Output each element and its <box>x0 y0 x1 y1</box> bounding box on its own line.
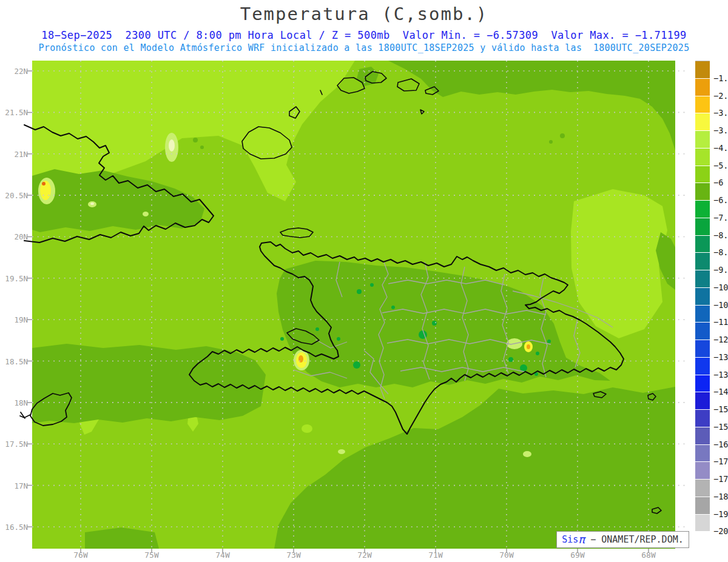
y-axis-label: 19N <box>14 315 28 324</box>
colorbar-label: −11.6 <box>713 317 728 327</box>
colorbar-block <box>695 305 710 323</box>
colorbar-block <box>695 252 710 270</box>
colorbar-label: −15.1 <box>713 404 728 414</box>
colorbar-block <box>695 148 710 166</box>
y-axis-label: 18N <box>14 398 28 407</box>
y-axis-label: 18.5N <box>5 356 28 366</box>
colorbar-block <box>695 270 710 287</box>
colorbar-label: −15.8 <box>713 421 728 431</box>
colorbar-label: −7.4 <box>713 212 728 222</box>
colorbar-block <box>695 427 710 444</box>
colorbar-label: −4.6 <box>713 142 728 152</box>
colorbar-block <box>695 113 710 130</box>
y-axis-label: 21.5N <box>5 108 28 117</box>
colorbar-block <box>695 182 710 200</box>
colorbar-block <box>695 479 710 497</box>
colorbar-block <box>695 218 710 235</box>
colorbar-label: −8.8 <box>713 247 728 257</box>
colorbar-block <box>695 200 710 218</box>
colorbar-block <box>695 514 710 532</box>
y-axis-label: 17N <box>14 481 28 490</box>
colorbar-block <box>695 357 710 375</box>
colorbar-label: −19.3 <box>713 509 728 518</box>
colorbar-label: −12.3 <box>713 335 728 344</box>
colorbar-block <box>695 531 710 549</box>
x-axis-label: 70W <box>499 550 513 560</box>
y-axis-label: 17.5N <box>5 440 28 449</box>
colorbar-label: −1.8 <box>713 73 728 82</box>
sispi-suffix: − ONAMET/REP.DOM. <box>585 534 684 545</box>
y-axis-label: 19.5N <box>5 273 28 283</box>
colorbar-label: −17.2 <box>713 457 728 466</box>
colorbar-label: −10.9 <box>713 299 728 309</box>
x-axis-label: 72W <box>357 550 371 560</box>
colorbar-block <box>695 497 710 514</box>
temperature-shading <box>32 61 675 549</box>
colorbar-block <box>695 340 710 357</box>
colorbar-label: −3.2 <box>713 108 728 118</box>
colorbar-label: −3.9 <box>713 125 728 135</box>
x-axis-label: 76W <box>73 550 87 560</box>
colorbar-block <box>695 61 710 78</box>
sispi-prefix: Sis <box>562 534 578 545</box>
colorbar-label: −2.5 <box>713 90 728 100</box>
colorbar-label: −9.5 <box>713 265 728 275</box>
colorbar-label: −13.7 <box>713 369 728 379</box>
colorbar-label: −6 <box>713 178 723 187</box>
colorbar-label: −20 <box>713 526 728 536</box>
y-axis-labels: 22N21.5N21N20.5N20N19.5N19N18.5N18N17.5N… <box>0 0 29 562</box>
colorbar-label: −14.4 <box>713 387 728 396</box>
x-axis-label: 75W <box>144 550 158 560</box>
y-axis-label: 21N <box>14 149 28 158</box>
x-axis-label: 69W <box>570 550 584 560</box>
colorbar-block <box>695 444 710 462</box>
colorbar-block <box>695 287 710 305</box>
colorbar-label: −18.6 <box>713 491 728 501</box>
colorbar-label: −10.2 <box>713 282 728 292</box>
y-axis-label: 16.5N <box>5 523 28 532</box>
x-axis-labels: 76W75W74W73W72W71W70W69W68W <box>0 550 728 561</box>
colorbar-block <box>695 392 710 409</box>
colorbar-block <box>695 461 710 479</box>
colorbar-block <box>695 130 710 148</box>
colorbar-block <box>695 409 710 427</box>
watermark-sispi: Sisπ − ONAMET/REP.DOM. <box>556 531 689 548</box>
x-axis-label: 71W <box>428 550 442 560</box>
x-axis-label: 73W <box>286 550 300 560</box>
colorbar-block <box>695 235 710 253</box>
y-axis-label: 20.5N <box>5 191 28 200</box>
colorbar-label: −13 <box>713 352 728 361</box>
colorbar-label: −5.3 <box>713 160 728 170</box>
colorbar-label: −17.9 <box>713 474 728 484</box>
weather-map-page: Temperatura (C,somb.) 18−Sep−2025 2300 U… <box>0 0 728 562</box>
colorbar-block <box>695 96 710 113</box>
x-axis-label: 74W <box>215 550 229 560</box>
colorbar-label: −8.1 <box>713 230 728 239</box>
colorbar-block <box>695 375 710 392</box>
colorbar <box>695 61 710 549</box>
y-axis-label: 22N <box>14 67 28 76</box>
map-canvas <box>0 0 728 562</box>
x-axis-label: 68W <box>641 550 655 560</box>
colorbar-block <box>695 322 710 340</box>
colorbar-label: −6.7 <box>713 195 728 205</box>
y-axis-label: 20N <box>14 232 28 241</box>
colorbar-block <box>695 166 710 183</box>
colorbar-label: −16.5 <box>713 439 728 449</box>
sispi-pi-icon: π <box>578 534 585 545</box>
colorbar-block <box>695 78 710 96</box>
